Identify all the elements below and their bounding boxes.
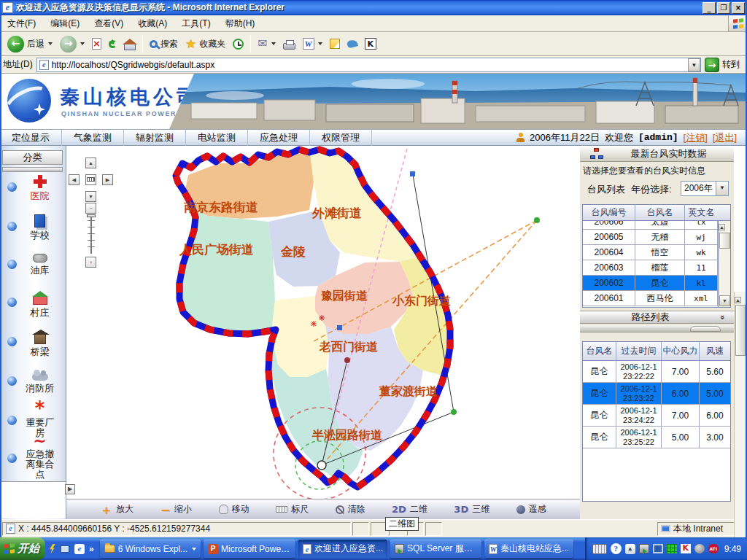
path-row[interactable]: 昆仑 2006-12-123:25:22 5.00 3.00 — [583, 427, 730, 448]
messenger-button[interactable] — [344, 39, 361, 49]
year-select-dropdown-icon[interactable]: ▼ — [716, 182, 728, 195]
pan-right-button[interactable]: ▶ — [102, 174, 113, 185]
mail-button[interactable]: ✉ — [254, 36, 279, 51]
help-tray-icon[interactable]: ? — [611, 543, 622, 554]
discuss-button[interactable] — [326, 37, 344, 50]
sidebar-item-school[interactable]: 学校 — [0, 214, 66, 241]
pad-ruler-button[interactable] — [85, 174, 96, 185]
collapse-chevron-icon[interactable]: » — [719, 315, 727, 319]
scroll-thumb[interactable] — [719, 233, 730, 249]
district-map[interactable]: 南京东路街道 外滩街道 人民广场街道 金陵 豫园街道 小东门街道 老西门街道 董… — [66, 146, 580, 499]
view-2d-tool[interactable]: 2D 二维 — [392, 503, 427, 516]
tab-permission-mgmt[interactable]: 权限管理 — [310, 130, 372, 146]
quick-launch-ie-icon[interactable]: e — [74, 544, 85, 554]
path-row-selected[interactable]: 昆仑 2006-12-123:23:22 6.00 5.00 — [583, 383, 730, 405]
history-button[interactable] — [229, 37, 247, 51]
minimize-button[interactable]: _ — [703, 2, 716, 14]
taskbar-button-powerpoint[interactable]: P Microsoft PowerP... — [204, 540, 295, 558]
keyboard-layout-icon[interactable] — [592, 544, 607, 554]
address-input[interactable]: e http://localhost/QSgridwebgis/default.… — [36, 58, 701, 72]
tab-radiation-monitor[interactable]: 辐射监测 — [124, 130, 186, 146]
quit-link[interactable]: [退出] — [713, 131, 737, 144]
menu-view[interactable]: 查看(V) — [87, 15, 131, 32]
quick-launch-bolt-icon[interactable] — [50, 544, 55, 554]
back-button[interactable]: ← 后退 — [4, 34, 56, 54]
typhoon-row[interactable]: 200601 西马伦 xml — [583, 291, 718, 306]
tab-weather-monitor[interactable]: 气象监测 — [62, 130, 124, 146]
typhoon-row[interactable]: 200604 悟空 wk — [583, 245, 718, 260]
zoom-slider-handle[interactable] — [87, 214, 96, 217]
back-dropdown-icon[interactable] — [48, 42, 53, 45]
taskbar-button-word[interactable]: W 秦山核电站应急... — [484, 540, 573, 558]
tray-sql-icon[interactable] — [639, 544, 649, 553]
search-button[interactable]: 搜索 — [146, 36, 182, 52]
scroll-up-icon[interactable]: ▲ — [719, 224, 725, 230]
tray-network-icon[interactable] — [653, 544, 663, 553]
map-area[interactable]: 南京东路街道 外滩街道 人民广场街道 金陵 豫园街道 小东门街道 老西门街道 董… — [66, 146, 580, 519]
category-collapse-strip[interactable] — [2, 167, 63, 172]
view-3d-tool[interactable]: 3D 三维 — [454, 503, 489, 516]
sidebar-item-village[interactable]: 村庄 — [0, 290, 66, 318]
ruler-tool[interactable]: 标尺 — [276, 503, 309, 516]
restore-button[interactable]: ❐ — [717, 2, 730, 14]
scroll-down-icon[interactable]: ▼ — [719, 295, 730, 306]
taskbar-button-ie-active[interactable]: e 欢迎进入应急资... — [298, 540, 387, 558]
pan-down-button[interactable]: ▼ — [85, 191, 96, 202]
typhoon-row[interactable]: 200603 榴莲 11 — [583, 260, 718, 276]
pan-up-button[interactable]: ▲ — [85, 158, 96, 168]
favorites-button[interactable]: ★ 收藏夹 — [182, 36, 229, 52]
tab-station-monitor[interactable]: 电站监测 — [186, 130, 248, 146]
taskbar-button-explorer-group[interactable]: 6 Windows Expl... — [100, 540, 201, 558]
stop-button[interactable]: × — [88, 36, 105, 51]
taskbar-button-sql-server[interactable]: SQL Server 服务... — [390, 540, 481, 558]
sidebar-item-fire-station[interactable]: 消防所 — [0, 369, 66, 394]
clear-tool[interactable]: 清除 — [336, 503, 365, 516]
menu-help[interactable]: 帮助(H) — [218, 15, 263, 32]
scroll-thumb[interactable] — [735, 305, 746, 356]
forward-button[interactable]: → — [56, 34, 88, 54]
category-header[interactable]: 分类 — [2, 150, 63, 165]
tray-grid-icon[interactable] — [667, 544, 677, 553]
tab-emergency-handling[interactable]: 应急处理 — [248, 130, 310, 146]
scroll-up-icon[interactable]: ▲ — [735, 297, 741, 303]
pan-tool[interactable]: 移动 — [219, 503, 249, 516]
tray-antivirus-icon[interactable]: K — [681, 544, 691, 553]
zoom-out-tool[interactable]: − 缩小 — [160, 503, 192, 516]
splitter-grip[interactable] — [690, 326, 721, 332]
logout-link[interactable]: [注销] — [684, 131, 708, 144]
quick-launch-overflow-icon[interactable]: » — [89, 544, 94, 554]
tab-location-display[interactable]: 定位显示 — [0, 130, 62, 146]
close-button[interactable]: × — [732, 2, 745, 14]
menu-edit[interactable]: 编辑(E) — [43, 15, 87, 32]
sidebar-item-oil-depot[interactable]: 油库 — [0, 252, 66, 276]
pan-left-button[interactable]: ◀ — [69, 174, 80, 185]
typhoon-table-scrollbar[interactable]: ▲ ▼ — [718, 221, 730, 307]
typhoon-row-selected[interactable]: 200602 昆仑 kl — [583, 276, 718, 291]
path-row[interactable]: 昆仑 2006-12-123:24:22 7.00 6.00 — [583, 405, 730, 427]
browser-scrollbar[interactable]: ▲ ▼ — [734, 292, 746, 560]
mail-dropdown-icon[interactable] — [271, 42, 276, 45]
menu-file[interactable]: 文件(F) — [0, 15, 43, 32]
start-button[interactable]: 开始 — [0, 537, 45, 560]
menu-favorites[interactable]: 收藏(A) — [131, 15, 174, 32]
go-button[interactable]: → 转到 — [705, 58, 744, 72]
typhoon-panel-header[interactable]: 最新台风实时数据 — [580, 146, 734, 162]
refresh-button[interactable] — [105, 39, 120, 50]
zoom-in-small-button[interactable]: ＋ — [85, 257, 96, 268]
path-row[interactable]: 昆仑 2006-12-123:22:22 7.00 5.60 — [583, 361, 730, 383]
edit-dropdown-icon[interactable] — [318, 42, 322, 45]
year-select[interactable]: 2006年 ▼ — [681, 181, 729, 196]
sidebar-expand-button[interactable]: ▶ — [65, 484, 75, 494]
path-list-header[interactable]: 路径列表 » — [580, 311, 734, 324]
tray-swirl-icon[interactable] — [694, 544, 705, 553]
zoom-slider-track[interactable] — [90, 216, 92, 254]
zoom-in-tool[interactable]: ＋ 放大 — [100, 503, 133, 516]
print-button[interactable] — [279, 37, 299, 51]
zoom-out-small-button[interactable]: − — [85, 203, 96, 214]
k-tool-button[interactable]: K — [361, 36, 380, 51]
typhoon-row[interactable]: 200605 无稽 wj — [583, 230, 718, 245]
remote-sensing-tool[interactable]: 遥感 — [516, 503, 546, 516]
sidebar-item-hospital[interactable]: 医院 — [0, 175, 66, 201]
address-dropdown-button[interactable]: ▼ — [688, 58, 700, 71]
show-desktop-icon[interactable] — [60, 545, 70, 553]
